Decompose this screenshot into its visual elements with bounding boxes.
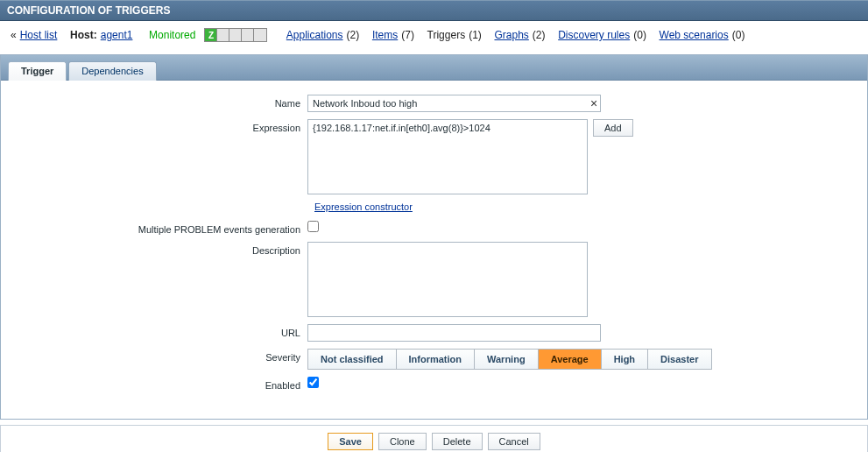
label-enabled: Enabled	[18, 377, 307, 391]
back-chevron: «	[11, 29, 17, 41]
name-input[interactable]	[307, 95, 601, 112]
expression-constructor-link[interactable]: Expression constructor	[314, 201, 413, 212]
triggers-count: (1)	[469, 29, 482, 41]
severity-information[interactable]: Information	[397, 350, 476, 369]
tab-trigger[interactable]: Trigger	[8, 61, 67, 81]
label-multiple: Multiple PROBLEM events generation	[18, 221, 307, 235]
web-scenarios-link[interactable]: Web scenarios	[660, 29, 729, 41]
label-expression: Expression	[18, 119, 307, 133]
applications-link[interactable]: Applications	[286, 29, 343, 41]
triggers-link-current: Triggers	[427, 29, 466, 41]
host-list-link[interactable]: Host list	[20, 29, 58, 41]
expression-textarea[interactable]	[307, 119, 588, 194]
save-button[interactable]: Save	[328, 433, 373, 450]
page-header: CONFIGURATION OF TRIGGERS	[0, 0, 868, 21]
graphs-count: (2)	[533, 29, 546, 41]
host-label: Host:	[70, 29, 97, 41]
label-url: URL	[18, 324, 307, 338]
web-scenarios-count: (0)	[732, 29, 745, 41]
discovery-link[interactable]: Discovery rules	[558, 29, 630, 41]
severity-warning[interactable]: Warning	[475, 350, 539, 369]
discovery-count: (0)	[633, 29, 646, 41]
availability-cell-4	[254, 29, 266, 41]
label-description: Description	[18, 242, 307, 256]
host-name-link[interactable]: agent1	[101, 29, 133, 41]
description-textarea[interactable]	[307, 242, 588, 317]
items-count: (7)	[401, 29, 414, 41]
severity-selector: Not classifiedInformationWarningAverageH…	[307, 349, 712, 370]
tab-dependencies[interactable]: Dependencies	[68, 61, 156, 81]
clone-button[interactable]: Clone	[378, 433, 427, 450]
availability-cell-2	[229, 29, 242, 41]
availability-cell-z: Z	[205, 29, 217, 41]
severity-high[interactable]: High	[602, 350, 648, 369]
delete-button[interactable]: Delete	[432, 433, 483, 450]
enabled-checkbox[interactable]	[307, 377, 319, 388]
graphs-link[interactable]: Graphs	[494, 29, 528, 41]
clear-name-icon[interactable]: ×	[587, 97, 601, 109]
availability-cell-1	[217, 29, 229, 41]
multiple-events-checkbox[interactable]	[307, 221, 319, 232]
availability-cell-3	[242, 29, 254, 41]
label-name: Name	[18, 95, 307, 109]
applications-count: (2)	[347, 29, 360, 41]
url-input[interactable]	[307, 324, 601, 342]
page-title: CONFIGURATION OF TRIGGERS	[7, 4, 170, 17]
host-status: Monitored	[149, 29, 195, 41]
tab-container: Trigger Dependencies Name × Expression A…	[0, 54, 868, 420]
cancel-button[interactable]: Cancel	[488, 433, 540, 450]
severity-not-classified[interactable]: Not classified	[308, 350, 397, 369]
availability-indicator: Z	[204, 28, 267, 42]
host-nav-row: « Host list Host: agent1 Monitored Z App…	[0, 21, 868, 54]
label-severity: Severity	[18, 349, 307, 363]
add-expression-button[interactable]: Add	[593, 119, 633, 137]
tab-strip: Trigger Dependencies	[1, 54, 867, 81]
items-link[interactable]: Items	[372, 29, 398, 41]
action-bar: Save Clone Delete Cancel	[0, 425, 868, 452]
severity-average[interactable]: Average	[539, 350, 602, 369]
severity-disaster[interactable]: Disaster	[648, 350, 710, 369]
trigger-form: Name × Expression Add Expression constru…	[1, 81, 867, 419]
